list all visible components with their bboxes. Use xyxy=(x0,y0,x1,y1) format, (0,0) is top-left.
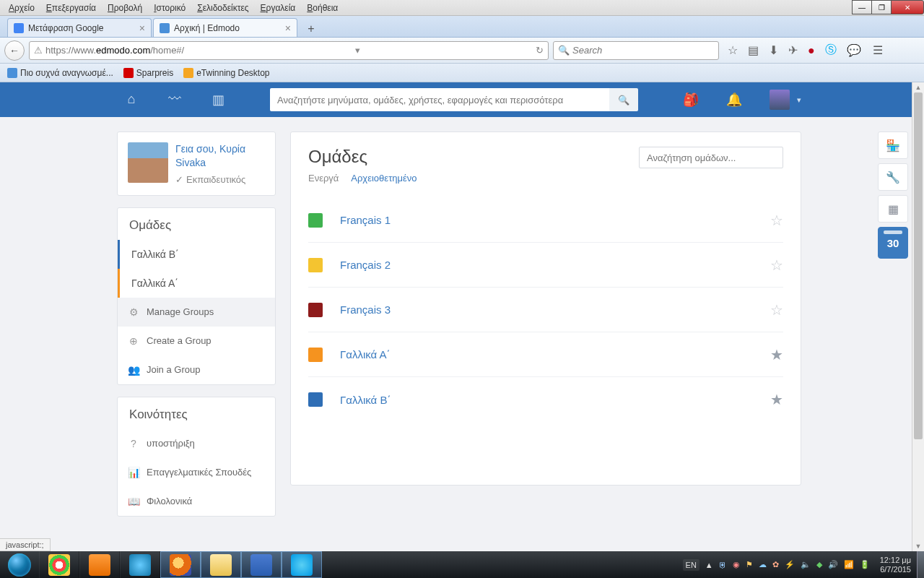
favorite-star-icon[interactable]: ★ xyxy=(770,346,783,363)
tray-icon[interactable]: ✿ xyxy=(772,560,779,569)
library-icon[interactable]: ▥ xyxy=(209,92,227,108)
reload-button[interactable]: ↻ xyxy=(531,45,544,56)
reading-list-icon[interactable]: ▤ xyxy=(748,43,759,57)
send-icon[interactable]: ✈ xyxy=(788,43,798,57)
tray-icon[interactable]: ⚡ xyxy=(785,560,795,569)
tray-icon[interactable]: ◉ xyxy=(733,560,740,569)
url-bar[interactable]: ⚠ https://www.edmodo.com/home#/ ▾ ↻ xyxy=(29,41,549,60)
join-group-button[interactable]: 👥Join a Group xyxy=(118,355,275,384)
back-button[interactable]: ← xyxy=(4,40,25,61)
home-icon[interactable]: ⌂ xyxy=(123,92,140,108)
tray-icon[interactable]: ⛨ xyxy=(719,561,727,569)
reader-icon[interactable]: ▾ xyxy=(355,45,360,56)
menu-Εργαλεία[interactable]: Εργαλεία xyxy=(255,1,302,14)
group-name-link[interactable]: Français 2 xyxy=(340,259,391,271)
firefox-search-input[interactable] xyxy=(572,45,714,56)
group-name-link[interactable]: Français 3 xyxy=(340,303,391,316)
community-item[interactable]: 📖Φιλολονικά xyxy=(118,487,275,516)
community-label: υποστήριξη xyxy=(147,438,195,449)
avatar-caret-icon[interactable]: ▾ xyxy=(797,95,801,105)
favorite-star-icon[interactable]: ☆ xyxy=(770,301,783,319)
community-item[interactable]: 📊Επαγγελματικές Σπουδές xyxy=(118,458,275,487)
vertical-scrollbar[interactable]: ▲ ▼ xyxy=(912,82,924,551)
avatar[interactable] xyxy=(770,90,790,110)
taskbar-app-ie[interactable] xyxy=(120,551,160,578)
clock[interactable]: 12:12 μμ 6/7/2015 xyxy=(880,556,911,574)
taskbar-app-media[interactable] xyxy=(79,551,120,578)
tray-icon[interactable]: ☁ xyxy=(759,560,767,569)
group-name-link[interactable]: Français 1 xyxy=(340,214,391,226)
groups-panel: Ομάδες Ενεργά Αρχειοθετημένο Français 1☆… xyxy=(290,131,801,486)
taskbar-app-skype[interactable] xyxy=(282,551,322,578)
group-name-link[interactable]: Γαλλικά Β΄ xyxy=(340,394,391,406)
chat-icon[interactable]: 💬 xyxy=(847,43,861,57)
menu-Προβολή[interactable]: Προβολή xyxy=(102,1,148,14)
tab-archived[interactable]: Αρχειοθετημένο xyxy=(351,173,417,184)
clock-time: 12:12 μμ xyxy=(880,556,911,565)
scroll-down-arrow[interactable]: ▼ xyxy=(912,541,924,551)
network-icon[interactable]: 📶 xyxy=(844,560,854,569)
bookmark-item[interactable]: Πιο συχνά αναγνωσμέ... xyxy=(7,68,113,78)
downloads-icon[interactable]: ⬇ xyxy=(769,43,778,57)
menu-Επεξεργασία[interactable]: Επεξεργασία xyxy=(40,1,102,14)
community-item[interactable]: ?υποστήριξη xyxy=(118,429,275,458)
firefox-menu-button[interactable]: ☰ xyxy=(873,43,883,57)
bookmark-item[interactable]: eTwinning Desktop xyxy=(183,68,269,78)
apps-icon[interactable]: ▦ xyxy=(878,195,908,223)
tools-icon[interactable]: 🔧 xyxy=(878,163,908,191)
sidebar-group-item[interactable]: Γαλλικά Β΄ xyxy=(118,240,275,269)
notifications-icon[interactable]: 🔔 xyxy=(726,92,742,108)
taskbar-app-firefox[interactable] xyxy=(160,551,201,578)
menu-Βοήθεια[interactable]: Βοήθεια xyxy=(301,1,344,14)
favorite-star-icon[interactable]: ☆ xyxy=(770,212,783,229)
edmodo-search-button[interactable]: 🔍 xyxy=(609,88,638,111)
backpack-icon[interactable]: 🎒 xyxy=(683,92,699,108)
taskbar-app-explorer[interactable] xyxy=(201,551,241,578)
menu-Ιστορικό[interactable]: Ιστορικό xyxy=(148,1,191,14)
calendar-icon[interactable]: 30 xyxy=(878,227,908,259)
browser-tab[interactable]: Μετάφραση Google× xyxy=(7,18,152,37)
favorite-star-icon[interactable]: ☆ xyxy=(770,256,783,274)
group-color-swatch xyxy=(308,392,323,407)
group-name-link[interactable]: Γαλλικά Α΄ xyxy=(340,348,391,361)
progress-icon[interactable]: 〰 xyxy=(166,92,183,108)
language-indicator[interactable]: EN xyxy=(683,559,699,571)
manage-groups-button[interactable]: ⚙Manage Groups xyxy=(118,298,275,327)
close-tab-icon[interactable]: × xyxy=(285,22,291,34)
menu-Αρχείο[interactable]: Αρχείο xyxy=(3,1,40,14)
store-icon[interactable]: 🏪 xyxy=(878,131,908,159)
firefox-search-bar[interactable]: 🔍 xyxy=(553,41,719,60)
battery-icon[interactable]: 🔋 xyxy=(860,560,870,569)
bookmark-item[interactable]: Sparpreis xyxy=(123,68,173,78)
menu-Σελιδοδείκτες[interactable]: Σελιδοδείκτες xyxy=(191,1,254,14)
bookmark-star-icon[interactable]: ☆ xyxy=(728,43,738,57)
maximize-button[interactable]: ❐ xyxy=(871,0,892,14)
left-sidebar: Γεια σου, Κυρία Sivaka ✓Εκπαιδευτικός Ομ… xyxy=(117,131,276,517)
volume-icon[interactable]: 🔊 xyxy=(828,560,838,569)
tray-icon[interactable]: ⚑ xyxy=(746,560,753,569)
start-button[interactable] xyxy=(0,551,39,578)
edmodo-search-input[interactable] xyxy=(270,88,609,111)
taskbar-app-chrome[interactable] xyxy=(39,551,79,578)
tray-icon[interactable]: ▲ xyxy=(705,561,713,569)
favorite-star-icon[interactable]: ★ xyxy=(770,391,783,408)
scroll-up-arrow[interactable]: ▲ xyxy=(912,82,924,92)
tray-icon[interactable]: 🔈 xyxy=(801,560,811,569)
create-group-button[interactable]: ⊕Create a Group xyxy=(118,327,275,355)
pinterest-icon[interactable]: ● xyxy=(808,44,815,57)
tab-active[interactable]: Ενεργά xyxy=(308,173,339,184)
new-tab-button[interactable]: + xyxy=(302,21,321,37)
skype-icon[interactable]: Ⓢ xyxy=(825,43,837,58)
taskbar-app-word[interactable] xyxy=(241,551,282,578)
show-desktop-button[interactable] xyxy=(917,551,924,578)
close-button[interactable]: ✕ xyxy=(891,0,924,14)
profile-name[interactable]: Γεια σου, Κυρία Sivaka xyxy=(175,142,265,170)
group-search-input[interactable] xyxy=(639,147,783,168)
close-tab-icon[interactable]: × xyxy=(139,22,145,34)
sidebar-group-item[interactable]: Γαλλικά Α΄ xyxy=(118,269,275,298)
browser-tab[interactable]: Αρχική | Edmodo× xyxy=(153,18,297,37)
scroll-thumb[interactable] xyxy=(914,92,923,439)
tray-icon[interactable]: ◆ xyxy=(816,560,822,569)
profile-image[interactable] xyxy=(128,142,168,183)
minimize-button[interactable]: — xyxy=(852,0,872,14)
